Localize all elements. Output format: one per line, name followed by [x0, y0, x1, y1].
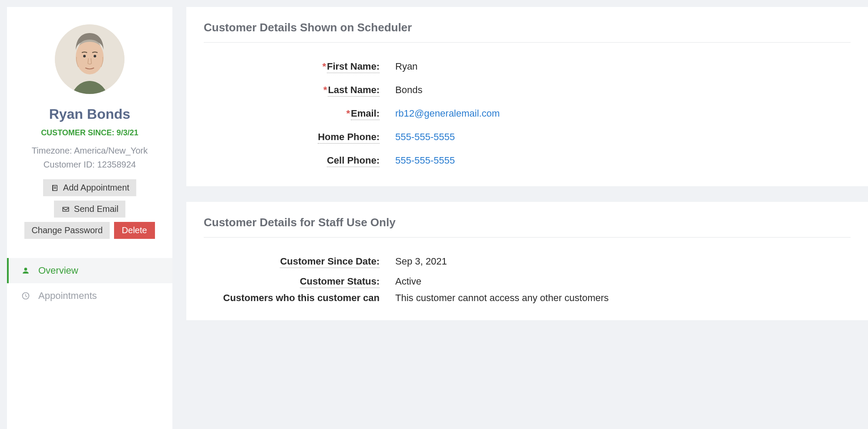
required-asterisk: * [323, 84, 327, 95]
access-value: This customer cannot access any other cu… [395, 292, 609, 304]
book-icon [50, 183, 60, 193]
clock-icon [21, 291, 30, 301]
nav-label-appointments: Appointments [38, 290, 97, 302]
nav-item-overview[interactable]: Overview [7, 258, 172, 283]
person-icon [21, 266, 30, 275]
main-content: Customer Details Shown on Scheduler *Fir… [186, 7, 868, 429]
since-date-label: Customer Since Date: [204, 256, 395, 267]
last-name-value: Bonds [395, 84, 422, 96]
delete-button[interactable]: Delete [114, 222, 155, 239]
field-access: Customers who this customer can This cus… [204, 290, 851, 306]
avatar-illustration [55, 24, 124, 94]
last-name-label: *Last Name: [204, 84, 395, 96]
add-appointment-label: Add Appointment [63, 183, 129, 193]
change-password-label: Change Password [31, 225, 102, 235]
access-label: Customers who this customer can [204, 292, 395, 304]
send-email-button[interactable]: Send Email [54, 201, 125, 218]
email-label: *Email: [204, 108, 395, 119]
status-label: Customer Status: [204, 276, 395, 287]
panel-title-staff: Customer Details for Staff Use Only [204, 216, 851, 238]
field-home-phone: Home Phone: 555-555-5555 [204, 125, 851, 149]
field-since-date: Customer Since Date: Sep 3, 2021 [204, 250, 851, 273]
add-appointment-button[interactable]: Add Appointment [43, 179, 136, 196]
customer-since-label: CUSTOMER SINCE: 9/3/21 [17, 128, 162, 137]
svg-point-2 [83, 55, 86, 57]
customer-id-line: Customer ID: 12358924 [17, 158, 162, 171]
field-status: Customer Status: Active [204, 273, 851, 290]
customer-name: Ryan Bonds [17, 106, 162, 122]
home-phone-value-link[interactable]: 555-555-5555 [395, 131, 455, 143]
nav-label-overview: Overview [38, 265, 78, 276]
svg-point-3 [94, 55, 96, 57]
panel-title-scheduler: Customer Details Shown on Scheduler [204, 21, 851, 43]
change-password-button[interactable]: Change Password [24, 222, 109, 239]
envelope-icon [61, 204, 71, 214]
cell-phone-value-link[interactable]: 555-555-5555 [395, 155, 455, 166]
email-value-link[interactable]: rb12@generalemail.com [395, 108, 500, 119]
field-email: *Email: rb12@generalemail.com [204, 102, 851, 125]
nav-item-appointments[interactable]: Appointments [7, 283, 172, 308]
panel-staff: Customer Details for Staff Use Only Cust… [186, 202, 868, 320]
since-date-value: Sep 3, 2021 [395, 256, 447, 267]
first-name-label: *First Name: [204, 61, 395, 72]
delete-label: Delete [122, 225, 147, 235]
home-phone-label: Home Phone: [204, 131, 395, 143]
field-first-name: *First Name: Ryan [204, 55, 851, 78]
sidebar-nav: Overview Appointments [7, 258, 172, 308]
profile-section: Ryan Bonds CUSTOMER SINCE: 9/3/21 Timezo… [7, 24, 172, 249]
panel-scheduler: Customer Details Shown on Scheduler *Fir… [186, 7, 868, 186]
avatar [55, 24, 124, 94]
field-last-name: *Last Name: Bonds [204, 78, 851, 102]
required-asterisk: * [322, 61, 326, 72]
action-button-group: Add Appointment Send Email Change Passwo… [17, 179, 162, 239]
field-cell-phone: Cell Phone: 555-555-5555 [204, 149, 851, 172]
password-delete-row: Change Password Delete [24, 222, 155, 239]
send-email-label: Send Email [74, 204, 118, 214]
first-name-value: Ryan [395, 61, 417, 72]
status-value: Active [395, 276, 421, 287]
sidebar: Ryan Bonds CUSTOMER SINCE: 9/3/21 Timezo… [7, 7, 172, 429]
required-asterisk: * [346, 108, 350, 119]
cell-phone-label: Cell Phone: [204, 155, 395, 166]
timezone-line: Timezone: America/New_York [17, 144, 162, 158]
